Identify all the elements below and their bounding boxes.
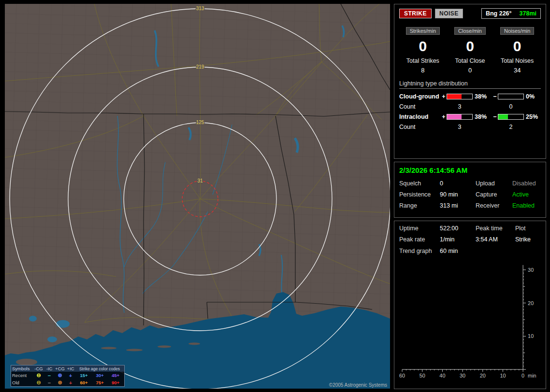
ic-plus-bar [447, 114, 473, 120]
svg-text:20: 20 [480, 373, 486, 378]
total-close-value: 0 [447, 67, 494, 74]
bearing-label: Bng 226° [486, 10, 512, 17]
neg-ic-recent-icon: − [44, 373, 55, 378]
strikes-per-min-header: Strikes/min [406, 27, 440, 35]
ic-minus-bar-fill [498, 114, 508, 119]
trend-row: Trend graph 60 min [399, 248, 541, 254]
map-viewport[interactable]: 313 219 125 31 Symbols -CG -IC +CG +IC S… [5, 4, 390, 389]
ic-minus-pct: 25% [524, 113, 541, 120]
noises-per-min-header: Noises/min [500, 27, 534, 35]
upload-label: Upload [476, 180, 512, 187]
svg-text:40: 40 [439, 373, 445, 378]
ic-count-label: Count [399, 124, 441, 130]
close-per-min-header: Close/min [454, 27, 486, 35]
age-60: 60+ [76, 380, 92, 385]
neg-cg-recent-icon: ⊖ [33, 372, 44, 378]
bearing-range: 378mi [520, 10, 536, 17]
sidebar: STRIKE NOISE Bng 226° 378mi Strikes/min … [394, 4, 546, 389]
bearing-box: Bng 226° 378mi [481, 8, 541, 19]
pos-ic-old-icon: + [65, 380, 76, 386]
trend-graph-value: 60 min [440, 248, 458, 254]
age-75: 75+ [92, 380, 108, 385]
strike-button[interactable]: STRIKE [399, 9, 432, 18]
minus-sign: − [492, 113, 498, 120]
distribution-table: Cloud-ground + 38% − 0% Count 3 0 Intrac… [399, 93, 541, 130]
cg-minus-pct: 0% [524, 93, 541, 100]
age-45: 45+ [108, 373, 123, 378]
persistence-value: 90 min [440, 191, 476, 198]
noise-button[interactable]: NOISE [435, 9, 463, 18]
receiver-value: Enabled [512, 202, 541, 209]
capture-value: Active [512, 191, 541, 198]
plot-value: Strike [515, 236, 541, 243]
legend-col-pos-cg: +CG [55, 366, 65, 371]
map-canvas: 313 219 125 31 [5, 4, 390, 389]
svg-text:30: 30 [528, 267, 534, 273]
strike-stats-panel: STRIKE NOISE Bng 226° 378mi Strikes/min … [394, 4, 546, 159]
ring-label-313: 313 [196, 6, 204, 11]
svg-text:20: 20 [528, 300, 534, 306]
intracloud-label: Intracloud [399, 113, 441, 120]
range-label: Range [399, 202, 440, 209]
cg-plus-bar [447, 94, 473, 99]
legend-row-old: Old ⊖ − ⊕ + 60+ 75+ 90+ [11, 379, 124, 386]
ic-minus-count: 2 [498, 124, 524, 130]
plus-sign: + [441, 93, 447, 100]
age-90: 90+ [108, 380, 123, 385]
peak-rate-label: Peak rate [399, 236, 440, 243]
strikes-per-min-value: 0 [399, 38, 447, 55]
upload-value: Disabled [512, 180, 541, 187]
range-value: 313 mi [440, 202, 476, 209]
cloud-ground-label: Cloud-ground [399, 93, 441, 100]
distribution-title: Lightning type distribution [399, 80, 541, 89]
legend-col-neg-ic: -IC [44, 366, 55, 371]
status-grid: Squelch 0 Upload Disabled Persistence 90… [399, 180, 541, 209]
trend-panel: Uptime 522:00 Peak time Plot Peak rate 1… [394, 221, 546, 389]
plus-sign: + [441, 113, 447, 120]
noises-per-min-value: 0 [493, 38, 541, 55]
legend-col-neg-cg: -CG [33, 366, 44, 371]
svg-text:60: 60 [399, 373, 405, 378]
cg-plus-pct: 38% [473, 93, 492, 100]
rates-grid: Strikes/min 0 Total Strikes 8 Close/min … [399, 26, 541, 74]
receiver-label: Receiver [476, 202, 512, 209]
cg-minus-count: 0 [498, 103, 524, 110]
neg-ic-old-icon: − [44, 380, 55, 386]
trend-graph-label: Trend graph [399, 248, 440, 254]
pos-ic-recent-icon: + [65, 373, 76, 378]
svg-text:30: 30 [460, 373, 465, 378]
legend-row-recent: Recent ⊖ − ⊕ + 15+ 30+ 45+ [11, 372, 124, 379]
toolbar: STRIKE NOISE Bng 226° 378mi [399, 8, 541, 19]
capture-label: Capture [476, 191, 512, 198]
legend-recent-label: Recent [12, 373, 33, 378]
uptime-value: 522:00 [440, 225, 476, 232]
squelch-label: Squelch [399, 180, 440, 187]
stats-grid: Uptime 522:00 Peak time Plot Peak rate 1… [399, 225, 541, 243]
peak-time-label: Peak time [476, 225, 515, 232]
trend-axes: 3020106050403020100min [399, 265, 536, 378]
ic-minus-bar [498, 114, 524, 120]
svg-text:10: 10 [528, 333, 534, 339]
uptime-label: Uptime [399, 225, 440, 232]
peak-time-value: 3:54 AM [476, 236, 515, 243]
copyright-text: ©2005 Astrogenic Systems [329, 382, 387, 388]
legend-symbols-header: Symbols [12, 366, 33, 371]
legend-col-pos-ic: +IC [65, 366, 76, 371]
rate-col-noises: Noises/min 0 Total Noises 34 [493, 26, 541, 74]
status-panel: 2/3/2026 6:14:56 AM Squelch 0 Upload Dis… [394, 162, 546, 218]
total-strikes-value: 8 [399, 67, 447, 74]
total-close-label: Total Close [447, 57, 494, 64]
squelch-value: 0 [440, 180, 476, 187]
close-per-min-value: 0 [447, 38, 494, 55]
pos-cg-old-icon: ⊕ [55, 379, 65, 386]
age-15: 15+ [76, 373, 92, 378]
strike-legend: Symbols -CG -IC +CG +IC Strike age color… [11, 365, 125, 387]
legend-header: Symbols -CG -IC +CG +IC Strike age color… [11, 365, 124, 372]
rate-col-strikes: Strikes/min 0 Total Strikes 8 [399, 26, 447, 74]
trend-graph: 3020106050403020100min [399, 261, 541, 385]
cg-plus-bar-fill [447, 94, 462, 99]
cg-plus-count: 3 [447, 103, 473, 110]
total-strikes-label: Total Strikes [399, 57, 447, 64]
plot-label: Plot [515, 225, 541, 232]
svg-text:10: 10 [500, 373, 506, 378]
